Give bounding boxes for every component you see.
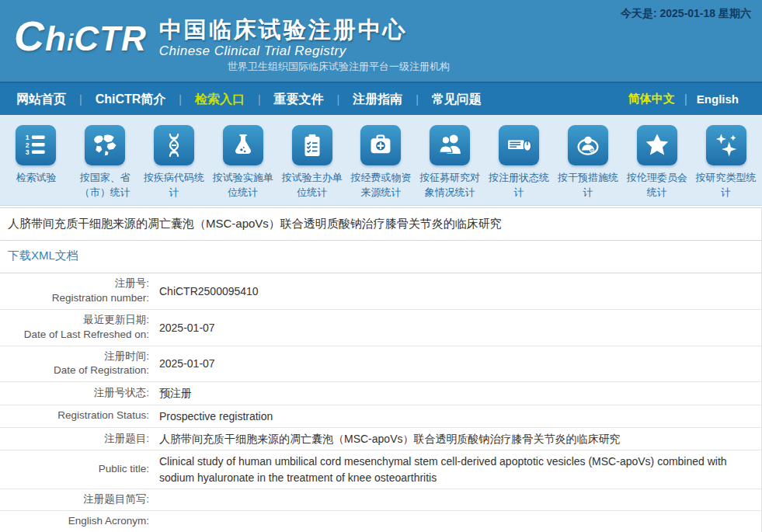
row-label: 注册号状态: xyxy=(0,386,159,401)
svg-text:3: 3 xyxy=(26,148,30,156)
chictr-logo-text: ChiCTR xyxy=(14,16,147,63)
quicklink-label: 按试验主办单位统计 xyxy=(278,171,346,200)
quicklink-label: 按征募研究对象情况统计 xyxy=(416,171,484,200)
row-value: Clinical study of human umbilical cord m… xyxy=(159,454,761,485)
quicklink-search-trials[interactable]: 123 检索试验 xyxy=(2,125,71,205)
download-xml-link[interactable]: 下载XML文档 xyxy=(8,249,78,262)
nav-item-important-documents[interactable]: 重要文件 xyxy=(263,83,336,115)
quicklink-by-disease-code[interactable]: 按疾病代码统计 xyxy=(140,125,209,205)
row-label-en: Date of Last Refreshed on: xyxy=(0,328,149,342)
lang-simplified-chinese[interactable]: 简体中文 xyxy=(619,92,684,106)
row-label-en: Registration Status: xyxy=(0,409,149,423)
row-label-en: Public title: xyxy=(0,462,149,477)
row-label: Public title: xyxy=(0,462,159,477)
nav-item-registration-guide[interactable]: 注册指南 xyxy=(341,83,414,115)
quicklink-by-sponsor-unit[interactable]: 按试验主办单位统计 xyxy=(277,125,346,205)
quicklink-by-ethics-committee[interactable]: 按伦理委员会统计 xyxy=(622,125,691,205)
quicklink-by-study-type[interactable]: 按研究类型统计 xyxy=(691,125,760,205)
clipboard-icon xyxy=(292,125,332,165)
table-row-registered-title: 注册题目: 人脐带间充质干细胞来源的凋亡囊泡（MSC-apoVs）联合透明质酸钠… xyxy=(0,428,761,450)
quicklink-label: 按经费或物资来源统计 xyxy=(346,171,415,200)
lang-english[interactable]: English xyxy=(687,92,748,106)
table-row-title-acronym-cn: 注册题目简写: xyxy=(0,489,761,511)
table-row-date-of-registration: 注册时间: Date of Registration: 2025-01-07 xyxy=(0,346,761,383)
quicklinks-panel: 123 检索试验 按国家、省（市）统计 按疾病代码统计 按试验实施单位统计 按试… xyxy=(0,115,762,206)
site-title-cn: 中国临床试验注册中心 xyxy=(159,17,408,42)
quicklink-label: 检索试验 xyxy=(2,171,70,186)
quicklink-label: 按试验实施单位统计 xyxy=(209,171,277,200)
quicklink-label: 按疾病代码统计 xyxy=(140,171,208,200)
who-org-line: 世界卫生组织国际临床试验注册平台一级注册机构 xyxy=(228,60,450,74)
nav-item-home[interactable]: 网站首页 xyxy=(5,83,78,115)
row-label-en: Date of Registration: xyxy=(0,363,149,378)
flask-icon xyxy=(223,125,263,165)
page-title: 人脐带间充质干细胞来源的凋亡囊泡（MSC-apoVs）联合透明质酸钠治疗膝骨关节… xyxy=(0,207,761,241)
row-label: English Acronym: xyxy=(0,514,159,529)
main-nav: 网站首页 ChiCTR简介 检索入口 重要文件 注册指南 常见问题 简体中文 |… xyxy=(0,82,762,115)
quicklink-by-implementing-unit[interactable]: 按试验实施单位统计 xyxy=(208,125,277,205)
people-icon xyxy=(430,125,470,165)
site-header: 今天是: 2025-01-18 星期六 ChiCTR 中国临床试验注册中心 Ch… xyxy=(0,0,762,82)
row-label-en: English Acronym: xyxy=(0,514,149,529)
table-row-public-title: Public title: Clinical study of human um… xyxy=(0,450,761,489)
row-label: 注册时间: Date of Registration: xyxy=(0,349,159,379)
quicklink-label: 按注册状态统计 xyxy=(485,171,553,200)
first-aid-kit-icon xyxy=(360,125,401,165)
dna-icon xyxy=(154,125,194,165)
row-label-cn: 注册题目: xyxy=(0,432,149,447)
world-map-icon xyxy=(85,125,125,165)
nav-item-search-entry[interactable]: 检索入口 xyxy=(183,83,256,115)
registration-table: 注册号: Registration number: ChiCTR25000954… xyxy=(0,273,761,532)
quicklink-label: 按伦理委员会统计 xyxy=(623,171,691,200)
row-value: 人脐带间充质干细胞来源的凋亡囊泡（MSC-apoVs）联合透明质酸钠治疗膝骨关节… xyxy=(159,431,761,447)
quicklink-label: 按国家、省（市）统计 xyxy=(71,171,139,200)
quicklink-by-registration-status[interactable]: 按注册状态统计 xyxy=(485,125,554,205)
row-label: 最近更新日期: Date of Last Refreshed on: xyxy=(0,313,159,342)
row-label-cn: 注册号: xyxy=(0,276,149,291)
nav-item-faq[interactable]: 常见问题 xyxy=(420,83,493,115)
row-label: Registration Status: xyxy=(0,409,159,423)
row-label-cn: 注册号状态: xyxy=(0,386,149,401)
row-label-en: Registration number: xyxy=(0,291,149,306)
row-label: 注册题目: xyxy=(0,432,159,447)
row-label-cn: 注册题目简写: xyxy=(0,492,149,507)
table-row-registration-status-cn: 注册号状态: 预注册 xyxy=(0,382,761,405)
row-value: 2025-01-07 xyxy=(159,320,761,336)
table-row-english-acronym: English Acronym: xyxy=(0,511,761,532)
main-content: 人脐带间充质干细胞来源的凋亡囊泡（MSC-apoVs）联合透明质酸钠治疗膝骨关节… xyxy=(0,207,762,532)
quicklink-by-country[interactable]: 按国家、省（市）统计 xyxy=(71,125,140,205)
nav-item-about[interactable]: ChiCTR简介 xyxy=(84,83,178,115)
numbered-list-icon: 123 xyxy=(16,125,56,165)
quicklink-by-recruitment[interactable]: 按征募研究对象情况统计 xyxy=(416,125,485,205)
row-value: 2025-01-07 xyxy=(159,356,761,371)
keyboard-mouse-icon xyxy=(499,125,539,165)
row-label-cn: 注册时间: xyxy=(0,349,149,364)
quicklink-by-funding-source[interactable]: 按经费或物资来源统计 xyxy=(346,125,416,205)
row-value: ChiCTR2500095410 xyxy=(159,283,761,299)
star-icon xyxy=(637,125,677,165)
chictr-logo[interactable]: ChiCTR 中国临床试验注册中心 Chinese Clinical Trial… xyxy=(14,16,408,63)
doctor-icon xyxy=(568,125,608,165)
row-value: Prospective registration xyxy=(159,409,761,424)
svg-text:2: 2 xyxy=(26,141,30,149)
row-label-cn: 最近更新日期: xyxy=(0,313,149,328)
row-label: 注册号: Registration number: xyxy=(0,276,159,306)
table-row-last-refreshed: 最近更新日期: Date of Last Refreshed on: 2025-… xyxy=(0,310,761,346)
quicklink-label: 按干预措施统计 xyxy=(554,171,622,200)
sparkles-icon xyxy=(706,125,746,165)
table-row-registration-status-en: Registration Status: Prospective registr… xyxy=(0,405,761,428)
quicklink-label: 按研究类型统计 xyxy=(692,171,760,200)
quicklink-by-intervention[interactable]: 按干预措施统计 xyxy=(554,125,623,205)
site-title-en: Chinese Clinical Trial Registry xyxy=(159,43,408,59)
svg-text:1: 1 xyxy=(26,134,30,141)
table-row-registration-number: 注册号: Registration number: ChiCTR25000954… xyxy=(0,273,761,310)
row-label: 注册题目简写: xyxy=(0,492,159,507)
row-value: 预注册 xyxy=(159,385,761,401)
today-date: 今天是: 2025-01-18 星期六 xyxy=(621,7,751,21)
